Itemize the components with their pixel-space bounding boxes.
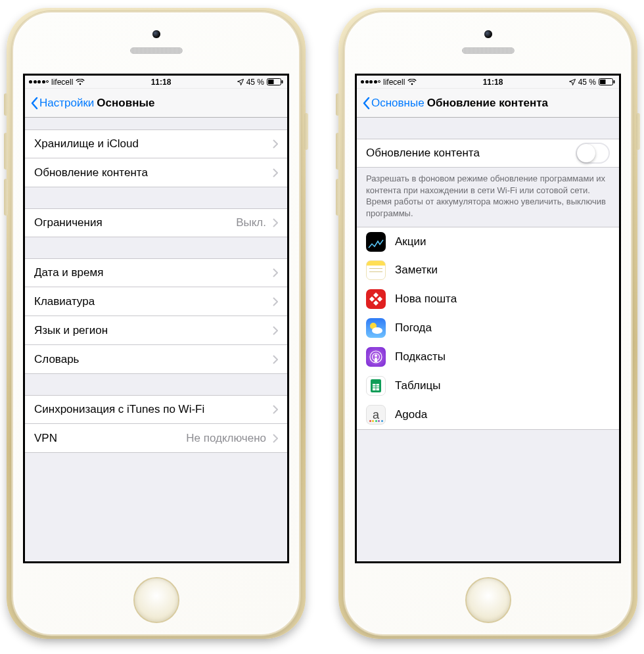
svg-point-10 [375, 354, 377, 357]
status-time: 11:18 [151, 78, 172, 87]
app-row-notes[interactable]: Заметки [357, 256, 619, 285]
row-label: Обновление контента [34, 166, 267, 179]
app-row-sheets[interactable]: Таблицы [357, 371, 619, 400]
row-master-toggle[interactable]: Обновление контента [357, 139, 619, 168]
battery-icon [599, 78, 615, 85]
notes-app-icon [366, 260, 386, 280]
row-label: Синхронизация с iTunes по Wi-Fi [34, 403, 267, 416]
chevron-left-icon [362, 97, 370, 110]
row-label: Клавиатура [34, 295, 267, 308]
phone-right: lifecell 11:18 45 % Основные О [338, 8, 637, 639]
home-button[interactable] [465, 577, 511, 623]
chevron-right-icon [273, 297, 278, 306]
carrier-label: lifecell [383, 78, 405, 87]
back-button[interactable]: Настройки [30, 97, 94, 110]
row-label: Хранилище и iCloud [34, 137, 267, 151]
row-label: Язык и регион [34, 324, 267, 337]
battery-pct: 45 % [246, 78, 264, 87]
row-label: Словарь [34, 353, 267, 366]
status-bar: lifecell 11:18 45 % [357, 76, 619, 89]
back-label: Настройки [39, 97, 94, 110]
front-camera [484, 30, 492, 38]
app-row-label: Таблицы [395, 379, 610, 392]
chevron-left-icon [30, 97, 38, 110]
earpiece-speaker [130, 47, 183, 54]
status-bar: lifecell 11:18 45 % [25, 76, 287, 89]
app-row-label: Погода [395, 321, 610, 335]
row-label: Обновление контента [366, 147, 576, 160]
row-storage-icloud[interactable]: Хранилище и iCloud [25, 129, 287, 158]
row-value: Выкл. [236, 216, 266, 229]
section-footer: Разрешать в фоновом режиме обновление пр… [357, 168, 619, 227]
app-row-label: Заметки [395, 264, 610, 277]
chevron-right-icon [273, 139, 278, 149]
app-row-label: Agoda [395, 408, 610, 421]
battery-icon [267, 78, 283, 85]
row-value: Не подключено [186, 432, 266, 445]
agoda-app-icon: a [366, 405, 386, 425]
podcasts-app-icon [366, 347, 386, 367]
signal-strength-icon [29, 80, 49, 83]
chevron-right-icon [273, 168, 278, 177]
chevron-right-icon [273, 405, 278, 414]
row-restrictions[interactable]: Ограничения Выкл. [25, 208, 287, 237]
background-refresh-list[interactable]: Обновление контента Разрешать в фоновом … [357, 118, 619, 561]
location-icon [237, 79, 244, 85]
wifi-icon [76, 79, 85, 85]
screen-background-refresh: lifecell 11:18 45 % Основные О [355, 74, 621, 563]
row-vpn[interactable]: VPN Не подключено [25, 424, 287, 453]
screen-general-settings: lifecell 11:18 45 % Настройки [23, 74, 289, 563]
app-row-label: Акции [395, 235, 610, 248]
chevron-right-icon [273, 218, 278, 227]
row-label: Дата и время [34, 266, 267, 279]
status-time: 11:18 [483, 78, 503, 87]
sheets-app-icon [366, 376, 386, 396]
row-keyboard[interactable]: Клавиатура [25, 287, 287, 316]
back-button[interactable]: Основные [362, 97, 425, 110]
nav-bar: Настройки Основные [25, 89, 287, 118]
row-date-time[interactable]: Дата и время [25, 258, 287, 287]
app-row-label: Нова пошта [395, 292, 610, 306]
page-title: Основные [97, 97, 154, 110]
phone-left: lifecell 11:18 45 % Настройки [7, 8, 306, 639]
stocks-app-icon [366, 232, 386, 252]
toggle-switch[interactable] [576, 143, 610, 164]
app-row-agoda[interactable]: aAgoda [357, 400, 619, 429]
battery-pct: 45 % [578, 78, 596, 87]
row-label: Ограничения [34, 216, 236, 229]
app-row-nova[interactable]: Нова пошта [357, 285, 619, 314]
svg-rect-1 [268, 80, 274, 84]
signal-strength-icon [361, 80, 380, 83]
nova-app-icon [366, 289, 386, 309]
svg-rect-2 [281, 80, 283, 83]
carrier-label: lifecell [51, 78, 73, 87]
chevron-right-icon [273, 355, 278, 364]
svg-point-7 [372, 327, 382, 334]
home-button[interactable] [133, 577, 179, 623]
svg-rect-4 [600, 80, 606, 84]
wifi-icon [407, 79, 417, 85]
row-background-refresh[interactable]: Обновление контента [25, 158, 287, 187]
nav-bar: Основные Обновление контента [357, 89, 619, 118]
app-row-stocks[interactable]: Акции [357, 227, 619, 256]
chevron-right-icon [273, 434, 278, 443]
app-row-weather[interactable]: Погода [357, 314, 619, 342]
app-row-label: Подкасты [395, 350, 610, 363]
settings-list[interactable]: Хранилище и iCloud Обновление контента О… [25, 118, 287, 561]
front-camera [152, 30, 160, 38]
back-label: Основные [371, 97, 425, 110]
row-language-region[interactable]: Язык и регион [25, 316, 287, 345]
chevron-right-icon [273, 268, 278, 277]
row-label: VPN [34, 432, 186, 445]
svg-rect-5 [613, 80, 614, 83]
chevron-right-icon [273, 326, 278, 335]
location-icon [569, 79, 576, 85]
page-title: Обновление контента [427, 97, 548, 110]
row-dictionary[interactable]: Словарь [25, 345, 287, 374]
weather-app-icon [366, 318, 386, 338]
app-row-podcasts[interactable]: Подкасты [357, 342, 619, 371]
earpiece-speaker [462, 47, 515, 54]
row-itunes-wifi-sync[interactable]: Синхронизация с iTunes по Wi-Fi [25, 395, 287, 424]
